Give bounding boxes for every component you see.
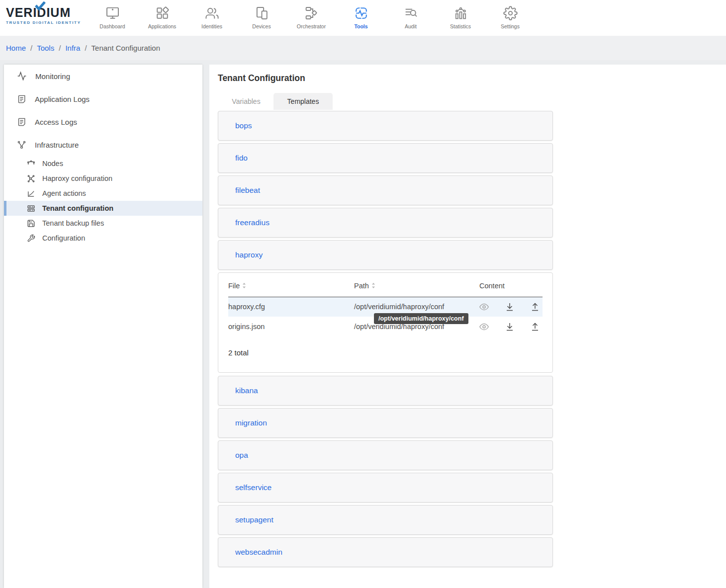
total-count: 2 total bbox=[228, 348, 543, 357]
agent-actions-icon bbox=[27, 189, 35, 198]
sort-icon bbox=[242, 282, 246, 289]
tab-variables[interactable]: Variables bbox=[219, 93, 273, 110]
accordion-panel-kibana[interactable]: kibana bbox=[218, 376, 553, 406]
nav-item-audit[interactable]: Audit bbox=[386, 0, 436, 29]
accordion-panel-selfservice[interactable]: selfservice bbox=[218, 473, 553, 503]
file-cell: origins.json bbox=[228, 317, 354, 336]
applications-icon bbox=[155, 5, 170, 21]
column-header-label: File bbox=[228, 282, 240, 290]
panel-label: selfservice bbox=[235, 483, 272, 492]
accordion-panel-fido[interactable]: fido bbox=[218, 143, 553, 173]
view-content-button[interactable] bbox=[479, 302, 489, 312]
path-tooltip: /opt/veridiumid/haproxy/conf bbox=[374, 313, 468, 324]
panel-label: bops bbox=[235, 121, 252, 130]
sidebar-item-tenant-backup-files[interactable]: Tenant backup files bbox=[4, 216, 202, 231]
nav-item-applications[interactable]: Applications bbox=[137, 0, 187, 29]
file-cell: haproxy.cfg bbox=[228, 297, 354, 317]
sidebar-item-infrastructure[interactable]: Infrastructure bbox=[4, 133, 202, 156]
panel-label: filebeat bbox=[235, 186, 260, 195]
accordion-panel-haproxy[interactable]: haproxy bbox=[218, 240, 553, 270]
nodes-icon bbox=[27, 160, 35, 168]
breadcrumb-tools[interactable]: Tools bbox=[37, 44, 54, 52]
upload-button[interactable] bbox=[531, 302, 540, 312]
upload-button[interactable] bbox=[531, 322, 540, 332]
accordion-panel-websecadmin[interactable]: websecadmin bbox=[218, 537, 553, 567]
nav-item-orchestrator[interactable]: Orchestrator bbox=[286, 0, 336, 29]
sidebar-item-label: Application Logs bbox=[35, 95, 90, 103]
main-content: Tenant Configuration Variables Templates… bbox=[209, 65, 726, 588]
sidebar-item-label: Infrastructure bbox=[35, 141, 79, 149]
nav-item-tools[interactable]: Tools bbox=[336, 0, 386, 29]
settings-icon bbox=[503, 5, 518, 21]
sidebar-item-haproxy-configuration[interactable]: Haproxy configuration bbox=[4, 171, 202, 186]
accordion-panel-freeradius[interactable]: freeradius bbox=[218, 208, 553, 238]
breadcrumb-current: Tenant Configuration bbox=[91, 44, 160, 52]
panel-label: kibana bbox=[235, 386, 258, 395]
page-title: Tenant Configuration bbox=[218, 73, 726, 84]
nav-items: Dashboard Applications Identities Device… bbox=[88, 0, 535, 29]
sidebar-item-monitoring[interactable]: Monitoring bbox=[4, 65, 202, 87]
template-panel-list: bops fido filebeat freeradius haproxy bbox=[218, 111, 553, 567]
table-header-row: File Path bbox=[228, 275, 543, 297]
view-content-button[interactable] bbox=[479, 322, 489, 332]
sidebar-item-label: Haproxy configuration bbox=[42, 174, 112, 182]
tab-templates[interactable]: Templates bbox=[273, 93, 333, 110]
sort-icon bbox=[371, 282, 375, 289]
sidebar-item-configuration[interactable]: Configuration bbox=[4, 231, 202, 246]
identities-icon bbox=[205, 5, 219, 21]
sidebar-item-label: Tenant backup files bbox=[42, 219, 104, 227]
tenant-backup-files-icon bbox=[27, 219, 35, 228]
accordion-panel-bops[interactable]: bops bbox=[218, 111, 553, 141]
logo[interactable]: VERIDIUM TRUSTED DIGITAL IDENTITY bbox=[6, 6, 83, 25]
workspace: Monitoring Application Logs Access Logs … bbox=[0, 60, 726, 588]
sidebar-item-label: Tenant configuration bbox=[42, 204, 113, 212]
sidebar-item-tenant-configuration[interactable]: Tenant configuration bbox=[4, 201, 202, 216]
nav-item-devices[interactable]: Devices bbox=[237, 0, 286, 29]
sidebar-item-label: Access Logs bbox=[35, 118, 77, 126]
column-header-content: Content bbox=[479, 275, 543, 297]
orchestrator-icon bbox=[304, 5, 319, 21]
nav-label: Identities bbox=[201, 23, 222, 29]
tabs: Variables Templates bbox=[219, 93, 726, 110]
nav-label: Tools bbox=[354, 23, 367, 29]
tools-icon bbox=[354, 5, 368, 21]
panel-label: setupagent bbox=[235, 515, 273, 524]
nav-label: Statistics bbox=[450, 23, 471, 29]
logo-subtitle: TRUSTED DIGITAL IDENTITY bbox=[6, 20, 83, 25]
sidebar-item-label: Monitoring bbox=[35, 72, 70, 81]
nav-item-settings[interactable]: Settings bbox=[485, 0, 535, 29]
breadcrumb-home[interactable]: Home bbox=[6, 44, 26, 52]
access-logs-icon bbox=[17, 117, 26, 127]
download-button[interactable] bbox=[505, 322, 514, 332]
breadcrumb-separator: / bbox=[30, 44, 32, 52]
nav-item-statistics[interactable]: Statistics bbox=[436, 0, 485, 29]
sidebar: Monitoring Application Logs Access Logs … bbox=[4, 65, 202, 588]
accordion-panel-migration[interactable]: migration bbox=[218, 408, 553, 438]
dashboard-icon bbox=[105, 5, 120, 21]
panel-label: migration bbox=[235, 419, 267, 427]
sidebar-item-label: Configuration bbox=[42, 234, 85, 242]
infrastructure-children: Nodes Haproxy configuration Agent action… bbox=[4, 156, 202, 246]
column-header-label: Path bbox=[354, 282, 369, 290]
sidebar-item-agent-actions[interactable]: Agent actions bbox=[4, 186, 202, 201]
nav-label: Settings bbox=[501, 23, 520, 29]
top-navigation: VERIDIUM TRUSTED DIGITAL IDENTITY Dashbo… bbox=[0, 0, 726, 36]
haproxy-configuration-icon bbox=[27, 174, 35, 183]
sidebar-item-application-logs[interactable]: Application Logs bbox=[4, 87, 202, 110]
column-header-file[interactable]: File bbox=[228, 275, 354, 297]
nav-item-dashboard[interactable]: Dashboard bbox=[88, 0, 137, 29]
sidebar-item-label: Nodes bbox=[42, 160, 63, 168]
audit-icon bbox=[404, 5, 418, 21]
sidebar-item-nodes[interactable]: Nodes bbox=[4, 156, 202, 171]
accordion-panel-setupagent[interactable]: setupagent bbox=[218, 505, 553, 535]
nav-item-identities[interactable]: Identities bbox=[187, 0, 237, 29]
accordion-panel-filebeat[interactable]: filebeat bbox=[218, 175, 553, 205]
sidebar-item-access-logs[interactable]: Access Logs bbox=[4, 110, 202, 133]
accordion-panel-opa[interactable]: opa bbox=[218, 440, 553, 470]
breadcrumb-infra[interactable]: Infra bbox=[65, 44, 80, 52]
column-header-path[interactable]: Path bbox=[354, 275, 479, 297]
breadcrumb-separator: / bbox=[59, 44, 61, 52]
download-button[interactable] bbox=[505, 302, 514, 312]
logo-checkmark-icon bbox=[35, 1, 46, 10]
nav-label: Orchestrator bbox=[297, 23, 326, 29]
